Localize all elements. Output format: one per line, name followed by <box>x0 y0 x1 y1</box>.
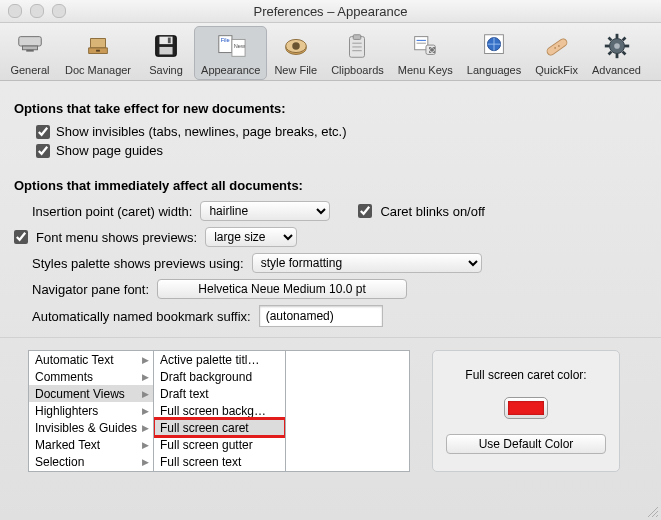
chevron-right-icon: ▶ <box>142 389 149 399</box>
list-item[interactable]: Full screen backg… <box>154 402 285 419</box>
chevron-right-icon: ▶ <box>142 440 149 450</box>
svg-point-29 <box>558 45 560 47</box>
list-item[interactable]: Comments▶ <box>29 368 153 385</box>
svg-rect-3 <box>96 50 100 52</box>
svg-rect-16 <box>354 35 362 40</box>
save-icon <box>150 30 182 62</box>
tab-general[interactable]: General <box>2 26 58 80</box>
tab-clipboards[interactable]: Clipboards <box>324 26 391 80</box>
content-area: Options that take effect for new documen… <box>0 81 661 350</box>
new-file-icon <box>280 30 312 62</box>
tab-label: General <box>10 64 49 76</box>
caret-width-label: Insertion point (caret) width: <box>32 204 192 219</box>
empty-list[interactable] <box>285 350 410 472</box>
list-item[interactable]: Selection▶ <box>29 453 153 470</box>
font-previews-select[interactable]: large size <box>205 227 297 247</box>
caret-width-select[interactable]: hairline <box>200 201 330 221</box>
font-previews-checkbox[interactable] <box>14 230 28 244</box>
row-show-page-guides: Show page guides <box>36 143 647 158</box>
list-item[interactable]: Draft text <box>154 385 285 402</box>
navigator-font-label: Navigator pane font: <box>32 282 149 297</box>
list-item[interactable]: Highlighters▶ <box>29 402 153 419</box>
row-font-previews: Font menu shows previews: large size <box>32 227 647 247</box>
chevron-right-icon: ▶ <box>142 457 149 467</box>
styles-previews-label: Styles palette shows previews using: <box>32 256 244 271</box>
svg-rect-7 <box>168 38 171 44</box>
styles-previews-select[interactable]: style formatting <box>252 253 482 273</box>
preferences-window: Preferences – Appearance General Doc Man… <box>0 0 661 520</box>
chevron-right-icon: ▶ <box>142 372 149 382</box>
tab-advanced[interactable]: Advanced <box>585 26 648 80</box>
menu-keys-icon: ⌘ <box>409 30 441 62</box>
svg-rect-2 <box>26 50 34 52</box>
list-item[interactable]: Draft background <box>154 368 285 385</box>
chevron-right-icon: ▶ <box>142 423 149 433</box>
window-title: Preferences – Appearance <box>0 4 661 19</box>
window-controls <box>8 4 66 18</box>
bookmark-suffix-label: Automatically named bookmark suffix: <box>32 309 251 324</box>
drawer-icon <box>82 30 114 62</box>
svg-text:⌘: ⌘ <box>428 46 436 55</box>
tab-menu-keys[interactable]: ⌘ Menu Keys <box>391 26 460 80</box>
color-panel: Full screen caret color: Use Default Col… <box>432 350 620 472</box>
tab-quickfix[interactable]: QuickFix <box>528 26 585 80</box>
show-page-guides-checkbox[interactable] <box>36 144 50 158</box>
svg-rect-6 <box>159 47 172 55</box>
color-swatch[interactable] <box>504 397 548 419</box>
list-item[interactable]: Document Views▶ <box>29 385 153 402</box>
tab-label: Menu Keys <box>398 64 453 76</box>
row-styles-previews: Styles palette shows previews using: sty… <box>32 253 647 273</box>
list-item[interactable]: Marked Text▶ <box>29 436 153 453</box>
appearance-icon: FileNew <box>215 30 247 62</box>
category-list[interactable]: Automatic Text▶ Comments▶ Document Views… <box>28 350 153 472</box>
globe-icon <box>478 30 510 62</box>
bookmark-suffix-input[interactable] <box>259 305 383 327</box>
tab-label: Saving <box>149 64 183 76</box>
tab-appearance[interactable]: FileNew Appearance <box>194 26 267 80</box>
resize-handle-icon[interactable] <box>645 504 659 518</box>
tab-label: QuickFix <box>535 64 578 76</box>
svg-line-42 <box>656 515 658 517</box>
tab-languages[interactable]: Languages <box>460 26 528 80</box>
show-invisibles-checkbox[interactable] <box>36 125 50 139</box>
color-title: Full screen caret color: <box>465 368 586 382</box>
svg-line-36 <box>608 38 611 41</box>
toolbar: General Doc Manager Saving FileNew Appea… <box>0 23 661 81</box>
svg-point-28 <box>554 47 556 49</box>
tab-label: Doc Manager <box>65 64 131 76</box>
tab-label: Languages <box>467 64 521 76</box>
tab-label: Appearance <box>201 64 260 76</box>
tab-doc-manager[interactable]: Doc Manager <box>58 26 138 80</box>
tab-label: New File <box>274 64 317 76</box>
tab-label: Advanced <box>592 64 641 76</box>
list-item[interactable]: Active palette titl… <box>154 351 285 368</box>
list-item[interactable]: Full screen text <box>154 453 285 470</box>
svg-text:File: File <box>220 37 229 43</box>
svg-rect-1 <box>23 46 38 50</box>
list-item-selected[interactable]: Full screen caret <box>154 419 285 436</box>
separator <box>0 337 661 338</box>
list-item[interactable]: Automatic Text▶ <box>29 351 153 368</box>
tab-label: Clipboards <box>331 64 384 76</box>
gear-icon <box>601 30 633 62</box>
show-invisibles-label: Show invisibles (tabs, newlines, page br… <box>56 124 346 139</box>
row-caret-width: Insertion point (caret) width: hairline … <box>32 201 647 221</box>
navigator-font-button[interactable]: Helvetica Neue Medium 10.0 pt <box>157 279 407 299</box>
item-list[interactable]: Active palette titl… Draft background Dr… <box>153 350 285 472</box>
swatch-color-icon <box>508 401 544 415</box>
list-item[interactable]: Invisibles & Guides▶ <box>29 419 153 436</box>
tab-saving[interactable]: Saving <box>138 26 194 80</box>
row-bookmark-suffix: Automatically named bookmark suffix: <box>32 305 647 327</box>
clipboard-icon <box>341 30 373 62</box>
section1-title: Options that take effect for new documen… <box>14 101 647 116</box>
use-default-color-button[interactable]: Use Default Color <box>446 434 606 454</box>
caret-blinks-checkbox[interactable] <box>358 204 372 218</box>
zoom-icon[interactable] <box>52 4 66 18</box>
minimize-icon[interactable] <box>30 4 44 18</box>
svg-rect-27 <box>545 37 568 56</box>
svg-point-31 <box>614 43 620 49</box>
list-item[interactable]: Full screen gutter <box>154 436 285 453</box>
close-icon[interactable] <box>8 4 22 18</box>
tab-new-file[interactable]: New File <box>267 26 324 80</box>
list-item[interactable]: Navigator backgr… <box>154 470 285 472</box>
